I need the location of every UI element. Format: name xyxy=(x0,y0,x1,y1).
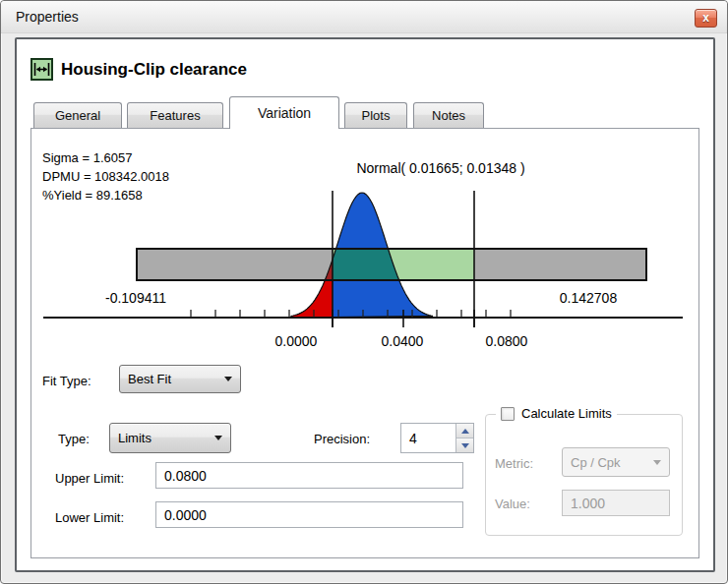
metric-label: Metric: xyxy=(495,456,533,471)
range-min-label: -0.109411 xyxy=(105,290,166,306)
chevron-down-icon xyxy=(653,460,661,465)
variation-chart: Normal( 0.01665; 0.01348 ) 0.0000 0.0400… xyxy=(31,129,698,371)
arrow-up-icon xyxy=(461,429,469,434)
chevron-down-icon xyxy=(224,377,232,381)
upper-limit-label: Upper Limit: xyxy=(55,471,124,486)
calculate-limits-label: Calculate Limits xyxy=(521,406,612,421)
tab-notes-label: Notes xyxy=(432,108,465,123)
type-dropdown[interactable]: Limits xyxy=(109,423,231,453)
tab-variation[interactable]: Variation xyxy=(229,96,339,129)
fit-type-label: Fit Type: xyxy=(42,374,91,388)
lower-limit-label: Lower Limit: xyxy=(55,510,124,525)
close-button[interactable]: x xyxy=(695,9,717,28)
spin-down-button[interactable] xyxy=(456,438,473,452)
page-title: Housing-Clip clearance xyxy=(61,60,247,80)
tab-features-label: Features xyxy=(150,108,200,123)
variation-tab-page: Sigma = 1.6057 DPMU = 108342.0018 %Yield… xyxy=(30,128,699,558)
tab-notes[interactable]: Notes xyxy=(413,102,484,128)
value-input[interactable] xyxy=(562,490,670,516)
calculate-limits-checkbox[interactable] xyxy=(501,407,515,421)
range-max-label: 0.142708 xyxy=(560,290,618,306)
precision-label: Precision: xyxy=(314,432,370,446)
value-label: Value: xyxy=(495,496,530,511)
spin-up-button[interactable] xyxy=(456,424,473,438)
content-panel: Housing-Clip clearance General Features … xyxy=(15,37,715,572)
calculate-limits-title: Calculate Limits xyxy=(496,406,617,421)
calculate-limits-group: Calculate Limits Metric: Cp / Cpk Value: xyxy=(485,414,683,536)
fit-type-value: Best Fit xyxy=(128,372,171,386)
tab-general-label: General xyxy=(55,108,100,123)
tab-features[interactable]: Features xyxy=(127,102,223,128)
upper-limit-input[interactable] xyxy=(155,462,463,489)
tab-variation-label: Variation xyxy=(258,105,311,121)
lower-limit-input[interactable] xyxy=(155,501,463,528)
title-bar[interactable]: Properties x xyxy=(1,1,727,33)
precision-stepper[interactable]: 4 xyxy=(400,423,474,453)
tab-general[interactable]: General xyxy=(33,102,122,128)
metric-dropdown[interactable]: Cp / Cpk xyxy=(562,447,670,477)
precision-spin-buttons xyxy=(455,424,473,452)
fit-type-dropdown[interactable]: Best Fit xyxy=(119,365,241,393)
axis-tick-label: 0.0400 xyxy=(382,333,424,349)
chevron-down-icon xyxy=(214,436,222,440)
close-icon: x xyxy=(702,12,709,24)
type-value: Limits xyxy=(118,431,152,445)
window-title: Properties xyxy=(16,9,79,25)
properties-dialog: Properties x Housing-Clip clearance Gene… xyxy=(0,0,728,584)
axis-tick-label: 0.0800 xyxy=(486,333,528,349)
axis-tick-label: 0.0000 xyxy=(275,333,318,349)
distribution-label: Normal( 0.01665; 0.01348 ) xyxy=(356,160,524,176)
clearance-dimension-icon xyxy=(30,58,53,81)
tab-plots-label: Plots xyxy=(362,108,391,123)
type-label: Type: xyxy=(58,432,90,446)
arrow-down-icon xyxy=(461,443,469,448)
metric-value: Cp / Cpk xyxy=(571,455,621,470)
precision-value: 4 xyxy=(401,424,455,452)
tab-plots[interactable]: Plots xyxy=(344,102,407,128)
